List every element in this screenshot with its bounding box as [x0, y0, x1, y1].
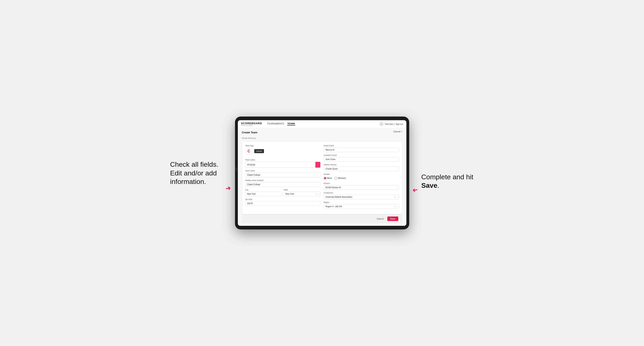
division-select-wrapper: NCAA Division III NCAA Division II NCAA …	[324, 185, 399, 190]
athletic-director-input[interactable]	[324, 167, 399, 171]
city-state-section: City State New York Californi	[245, 189, 320, 196]
form-container: Team logo C Upload Team colour	[242, 141, 402, 214]
main-content: Create Team Cancel × TEAM DETAILS Team l…	[238, 128, 406, 226]
app-logo: SCOREBOARD Powered by clippd	[241, 122, 262, 126]
region-clear-icon[interactable]: ×	[394, 205, 396, 208]
region-select-wrapper: Region II - (M) DIII Region I Region III…	[324, 204, 399, 209]
state-label: State	[284, 189, 320, 191]
display-name-label: Display name (unique)	[245, 179, 320, 181]
region-label: Region	[324, 201, 399, 203]
state-group: State New York California Texas ×	[284, 189, 320, 196]
user-avatar	[380, 122, 384, 126]
gender-womens-radio[interactable]	[334, 177, 337, 179]
tablet-screen: SCOREBOARD Powered by clippd TOURNAMENTS…	[238, 120, 406, 226]
annotation-right: Complete and hit Save.	[421, 173, 474, 190]
colour-input[interactable]	[246, 163, 316, 167]
state-select[interactable]: New York California Texas	[284, 192, 320, 196]
gender-womens-text: Womens	[338, 177, 346, 179]
nav-tournaments[interactable]: TOURNAMENTS	[267, 122, 284, 126]
logo-upload-area: C Upload	[245, 148, 320, 155]
gender-label: Gender	[324, 173, 399, 175]
tablet-frame: SCOREBOARD Powered by clippd TOURNAMENTS…	[235, 117, 409, 229]
state-clear-icon[interactable]: ×	[316, 193, 317, 195]
team-colour-label: Team colour	[245, 159, 320, 161]
city-group: City	[245, 189, 282, 196]
conference-select-wrapper: University Athletic Association Other × …	[324, 195, 399, 199]
city-label: City	[245, 189, 282, 191]
form-right-col: Head Coach Assistant Coach Athletic Dire…	[324, 145, 399, 211]
assistant-coach-label: Assistant Coach	[324, 154, 399, 156]
logo-circle: C	[245, 148, 252, 155]
team-colour-group: Team colour	[245, 159, 320, 168]
gender-mens-text: Mens	[327, 177, 332, 179]
gender-mens-label[interactable]: Mens	[324, 177, 332, 179]
head-coach-input[interactable]	[324, 148, 399, 152]
team-logo-label: Team logo	[245, 145, 320, 147]
zip-group: Zip code	[245, 198, 320, 206]
assistant-coach-group: Assistant Coach	[324, 154, 399, 162]
conference-clear-icon[interactable]: ×	[394, 196, 396, 198]
cancel-button[interactable]: Cancel	[375, 216, 386, 221]
colour-input-wrapper	[245, 162, 320, 168]
user-area: Test User | Sign out	[380, 122, 403, 126]
team-logo-group: Team logo C Upload	[245, 145, 320, 157]
conference-select[interactable]: University Athletic Association Other	[324, 195, 399, 199]
upload-button[interactable]: Upload	[254, 149, 264, 153]
section-header: TEAM DETAILS	[242, 137, 402, 139]
city-input[interactable]	[245, 192, 282, 196]
division-group: Division NCAA Division III NCAA Division…	[324, 182, 399, 190]
team-name-label: Team name	[245, 170, 320, 172]
conference-group: Conference University Athletic Associati…	[324, 192, 399, 199]
zip-input[interactable]	[245, 201, 320, 206]
cancel-top-button[interactable]: Cancel ×	[394, 130, 402, 133]
colour-swatch[interactable]	[316, 162, 320, 168]
annotation-left: Check all fields. Edit and/or add inform…	[170, 160, 223, 186]
conference-label: Conference	[324, 192, 399, 194]
division-select[interactable]: NCAA Division III NCAA Division II NCAA …	[324, 185, 399, 190]
head-coach-group: Head Coach	[324, 145, 399, 152]
zip-label: Zip code	[245, 198, 320, 200]
gender-mens-radio[interactable]	[324, 177, 326, 179]
athletic-director-group: Athletic Director	[324, 164, 399, 171]
gender-womens-label[interactable]: Womens	[334, 177, 346, 179]
gender-radio-group: Mens Womens	[324, 176, 399, 180]
athletic-director-label: Athletic Director	[324, 164, 399, 166]
user-name: Test User |	[385, 123, 394, 125]
head-coach-label: Head Coach	[324, 145, 399, 147]
team-name-input[interactable]	[245, 173, 320, 177]
region-group: Region Region II - (M) DIII Region I Reg…	[324, 201, 399, 209]
nav-teams[interactable]: TEAMS	[287, 122, 295, 126]
display-name-group: Display name (unique)	[245, 179, 320, 187]
assistant-coach-input[interactable]	[324, 157, 399, 162]
sign-out-link[interactable]: Sign out	[396, 123, 403, 125]
region-select[interactable]: Region II - (M) DIII Region I Region III	[324, 204, 399, 209]
form-left-col: Team logo C Upload Team colour	[245, 145, 320, 211]
state-select-wrapper: New York California Texas × ⌄	[284, 192, 320, 196]
display-name-input[interactable]	[245, 182, 320, 187]
page-title: Create Team	[242, 131, 258, 134]
gender-group: Gender Mens Womens	[324, 173, 399, 180]
main-nav: TOURNAMENTS TEAMS	[267, 122, 380, 126]
division-label: Division	[324, 182, 399, 184]
form-footer: Cancel Save	[242, 214, 402, 223]
save-button[interactable]: Save	[387, 216, 398, 221]
team-name-group: Team name	[245, 170, 320, 177]
navbar: SCOREBOARD Powered by clippd TOURNAMENTS…	[238, 120, 406, 128]
